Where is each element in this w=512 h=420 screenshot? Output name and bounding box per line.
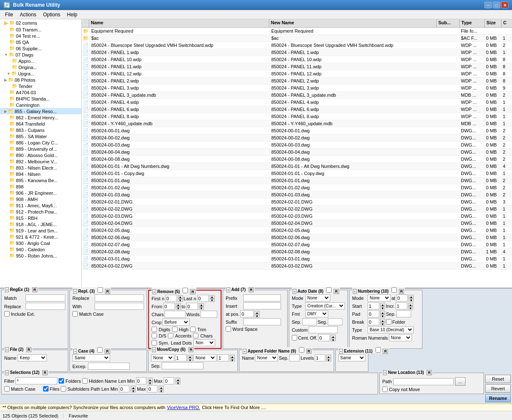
autodate-off-input[interactable]	[318, 334, 330, 341]
tree-item[interactable]: 📁883 - Culpans	[0, 127, 81, 133]
selections-match-case-checkbox[interactable]	[4, 386, 10, 392]
file-expand[interactable]: -	[5, 347, 9, 352]
tree-item[interactable]: 📁921 & 4772 - Kestr...	[0, 234, 81, 240]
newlocation-browse-button[interactable]: ...	[455, 377, 466, 386]
file-row[interactable]: 📄850024-00-08.dwg850024-00-08.dwgDWG...0…	[82, 156, 512, 163]
tree-item[interactable]: 📁A4704-03	[0, 89, 81, 95]
remove-from-input[interactable]	[163, 303, 175, 310]
file-row[interactable]: 📄850024 - PANEL 1.wdp850024 - PANEL 1.wd…	[82, 49, 512, 56]
numbering-incr-down[interactable]: ▼	[408, 306, 413, 309]
appendfolder-levels-input[interactable]	[315, 354, 325, 361]
numbering-break-up[interactable]: ▲	[380, 319, 385, 322]
menu-actions[interactable]: Actions	[16, 11, 39, 18]
selections-namelen-max-input[interactable]	[164, 377, 174, 384]
regex-expand[interactable]: -	[5, 287, 9, 292]
movecopy-val1-input[interactable]	[175, 354, 187, 361]
tree-item[interactable]: ▶📁855 - Galaxy Reso...	[0, 108, 81, 114]
regex-replace-input[interactable]	[26, 303, 65, 310]
repl-replace-input[interactable]	[95, 294, 144, 301]
movecopy-opt2-select[interactable]: None Move Copy	[193, 354, 216, 361]
remove-crop-select[interactable]: Before After	[162, 319, 190, 326]
tree-item[interactable]: 📁06 Supplie...	[0, 45, 81, 52]
viceversapro-link[interactable]: ViceVersa PRO.	[167, 405, 200, 410]
file-row[interactable]: 📄850024-02-04.DWG850024-02-04.DWGDWG...0…	[82, 220, 512, 227]
tree-item[interactable]: 📁03 Transm...	[0, 26, 81, 33]
appendfolder-enabled-checkbox[interactable]	[299, 347, 304, 353]
movecopy-r-btn[interactable]: R	[188, 347, 194, 352]
remove-enabled-checkbox[interactable]	[183, 288, 188, 293]
tree-item[interactable]: 📁05 QA	[0, 39, 81, 45]
col-header-type[interactable]: Type	[460, 19, 485, 27]
remove-ds-checkbox[interactable]	[152, 333, 157, 338]
file-row[interactable]: 📄850024-02-08.dwg850024-02-08.dwgDWG...1…	[82, 248, 512, 255]
case-select[interactable]: Same Upper Lower Title Sentence	[72, 354, 110, 361]
add-atpos-down[interactable]: ▼	[255, 314, 260, 317]
remove-to-up[interactable]: ▲	[199, 303, 204, 307]
selections-pathlen-max-input[interactable]	[147, 385, 157, 392]
case-except-input[interactable]	[88, 363, 130, 370]
tree-item[interactable]: 📁911 - Amec, Mayfi...	[0, 202, 81, 209]
tree-item[interactable]: 📁BHPIC Standa...	[0, 95, 81, 102]
tree-item[interactable]: 📁885 - SA Water	[0, 133, 81, 139]
tree-item[interactable]: 📁908 - AMH	[0, 196, 81, 202]
remove-trim-checkbox[interactable]	[190, 327, 196, 332]
sel-pathlen-min-down[interactable]: ▼	[131, 389, 136, 392]
tree-item[interactable]: 📁04 Test re...	[0, 33, 81, 39]
tree-item[interactable]: 📁915 - RBH	[0, 215, 81, 221]
file-row[interactable]: 📄850024-01-01 - Copy.dwg850024-01-01 - C…	[82, 170, 512, 177]
tree-item[interactable]: 📁919 - Lear and Sm...	[0, 227, 81, 234]
tree-item[interactable]: 📁Origina...	[0, 64, 81, 70]
selections-namelen-min-input[interactable]	[136, 377, 147, 384]
repl-expand[interactable]: -	[73, 289, 77, 294]
remove-last-n-input[interactable]	[197, 295, 209, 302]
col-header-newname[interactable]: New Name	[269, 19, 437, 27]
repl-match-case-checkbox[interactable]	[72, 311, 78, 317]
sel-namelen-min-down[interactable]: ▼	[148, 381, 153, 384]
regex-r-btn[interactable]: R	[32, 287, 38, 292]
autodate-seg-input[interactable]	[328, 318, 342, 325]
file-row[interactable]: 📄850024-02-06.dwg850024-02-06.dwgDWG...0…	[82, 234, 512, 241]
file-row[interactable]: 📄850024-02-07.dwg850024-02-07.dwgDWG...0…	[82, 241, 512, 248]
appendfolder-levels-up[interactable]: ▲	[326, 355, 331, 358]
add-insert-input[interactable]	[243, 302, 281, 309]
file-list-body[interactable]: 📁Equipment RequiredEquipment RequiredFil…	[82, 28, 512, 288]
numbering-start-down[interactable]: ▼	[380, 306, 385, 309]
file-row[interactable]: 📄850024 - PANEL 12.wdp850024 - PANEL 12.…	[82, 70, 512, 77]
tree-item[interactable]: ▶📁08 Photos	[0, 77, 81, 83]
tree-item[interactable]: 📁Tender	[0, 83, 81, 89]
tree-item[interactable]: 📁Cannington	[0, 102, 81, 108]
newlocation-expand[interactable]: -	[383, 370, 387, 375]
remove-to-input[interactable]	[186, 303, 198, 310]
tree-item[interactable]: 📁893 - Nilsen Electr...	[0, 165, 81, 171]
file-row[interactable]: 📄850024 - PANEL 11.wdp850024 - PANEL 11.…	[82, 63, 512, 70]
file-row[interactable]: 📄850024-01-03.dwg850024-01-03.dwgDWG...0…	[82, 191, 512, 198]
numbering-at-down[interactable]: ▼	[409, 298, 414, 301]
add-atpos-up[interactable]: ▲	[255, 311, 260, 314]
add-atpos-input[interactable]	[240, 310, 254, 317]
col-header-c[interactable]: C	[502, 19, 512, 27]
extension-expand[interactable]: -	[339, 349, 343, 354]
remove-to-down[interactable]: ▼	[199, 307, 204, 310]
autodate-fmt-select[interactable]: DMY MDY YMD	[305, 310, 328, 317]
movecopy-val1-up[interactable]: ▲	[188, 355, 193, 358]
menu-options[interactable]: Options	[40, 11, 64, 18]
tree-item[interactable]: 📁912 - Protech Pow...	[0, 209, 81, 215]
tree-item[interactable]: 📁906 - JR Engineer...	[0, 190, 81, 196]
movecopy-val2-up[interactable]: ▲	[230, 355, 235, 358]
numbering-start-input[interactable]	[368, 302, 379, 309]
file-row[interactable]: 📄850024-00-02.dwg850024-00-02.dwgDWG...0…	[82, 134, 512, 142]
remove-last-n-up[interactable]: ▲	[210, 295, 215, 299]
extension-enabled-checkbox[interactable]	[376, 347, 381, 353]
remove-non-select[interactable]: Non Only	[193, 339, 215, 346]
close-button[interactable]: ✕	[501, 2, 509, 8]
file-row[interactable]: 📄850024 - PANEL 2.wdp850024 - PANEL 2.wd…	[82, 77, 512, 85]
numbering-pad-up[interactable]: ▲	[380, 311, 385, 314]
file-row[interactable]: 📄850024 - PANEL 10.wdp850024 - PANEL 10.…	[82, 56, 512, 63]
file-row[interactable]: 📄850024-02-05.dwg850024-02-05.dwgDWG...0…	[82, 227, 512, 234]
numbering-roman-select[interactable]: None	[389, 334, 412, 341]
tree-item[interactable]: 📁950 - Robin Johns...	[0, 253, 81, 259]
remove-last-n-down[interactable]: ▼	[210, 299, 215, 302]
minimize-button[interactable]: ─	[484, 2, 492, 8]
rename-button[interactable]: Rename	[485, 394, 511, 402]
selections-subfolders-checkbox[interactable]	[61, 386, 66, 392]
